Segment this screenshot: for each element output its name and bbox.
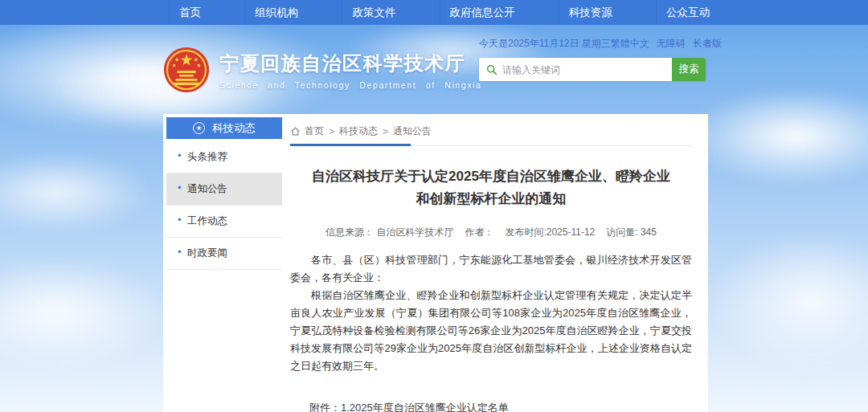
quick-links: 繁體中文无障碍长者版: [611, 37, 722, 51]
article-area: 首页>科技动态>通知公告 自治区科技厅关于认定2025年度自治区雏鹰企业、瞪羚企…: [290, 114, 708, 412]
article-title-line: 和创新型标杆企业的通知: [290, 188, 692, 210]
article-body: 各市、县（区）科技管理部门，宁东能源化工基地管委会，银川经济技术开发区管委会，各…: [290, 251, 692, 375]
site-title-group: 宁夏回族自治区科学技术厅 Science and Technology Depa…: [219, 51, 481, 90]
bullet-icon: •: [178, 149, 182, 161]
article-title-line: 自治区科技厅关于认定2025年度自治区雏鹰企业、瞪羚企业: [290, 165, 692, 188]
site-header: 宁夏回族自治区科学技术厅 Science and Technology Depa…: [163, 25, 708, 114]
content-panel: ★ 科技动态 • 头条推荐 • 通知公告 •: [163, 114, 708, 412]
article-meta: 信息来源： 自治区科学技术厅作者：发布时间:2025-11-12访问量: 345: [290, 226, 692, 239]
sidebar-item-label: 头条推荐: [187, 151, 227, 162]
nav-item[interactable]: 政府信息公开: [440, 0, 525, 25]
sidebar-item-label: 时政要闻: [187, 247, 227, 259]
sidebar-title: 科技动态: [212, 121, 256, 136]
sidebar-item-label: 工作动态: [187, 215, 227, 226]
home-icon: [290, 126, 301, 137]
attachment-link[interactable]: 1.2025年度自治区雏鹰企业认定名单: [341, 399, 540, 412]
nav-item[interactable]: 政策文件: [342, 0, 405, 25]
star-badge-icon: ★: [193, 122, 205, 134]
site-title: 宁夏回族自治区科学技术厅: [219, 51, 481, 76]
breadcrumb-link[interactable]: 通知公告: [393, 124, 432, 138]
sidebar-item-label: 通知公告: [187, 183, 227, 194]
top-nav: 首页组织机构政策文件政府信息公开科技资源公众互动: [0, 0, 868, 25]
attachments: 附件： 1.2025年度自治区雏鹰企业认定名单2.2025年度自治区瞪羚企业认定…: [309, 399, 692, 412]
article-meta-part: 信息来源： 自治区科学技术厅: [326, 226, 453, 238]
sidebar: ★ 科技动态 • 头条推荐 • 通知公告 •: [166, 117, 282, 270]
sidebar-menu: • 头条推荐 • 通知公告 • 工作动态 •: [166, 141, 282, 270]
nav-item[interactable]: 组织机构: [244, 0, 308, 25]
attachments-label: 附件：: [309, 399, 341, 412]
search-box: 搜索: [479, 58, 706, 81]
sidebar-item[interactable]: • 工作动态: [166, 206, 282, 238]
cloud-decoration: [0, 257, 169, 369]
bullet-icon: •: [178, 182, 182, 194]
sidebar-item[interactable]: • 时政要闻: [166, 238, 282, 270]
site-subtitle: Science and Technology Department of Nin…: [219, 80, 481, 90]
sidebar-item[interactable]: • 头条推荐: [166, 141, 282, 173]
sidebar-header: ★ 科技动态: [166, 117, 282, 139]
article-title: 自治区科技厅关于认定2025年度自治区雏鹰企业、瞪羚企业和创新型标杆企业的通知: [290, 165, 692, 210]
article-meta-part: 发布时间:2025-11-12: [505, 226, 595, 238]
national-emblem-logo: [163, 47, 210, 93]
top-nav-items: 首页组织机构政策文件政府信息公开科技资源公众互动: [169, 0, 719, 25]
cloud-decoration: [707, 233, 868, 369]
breadcrumb-divider-accent: [290, 144, 411, 146]
current-date: 今天是2025年11月12日 星期三: [479, 37, 611, 51]
search-button[interactable]: 搜索: [672, 58, 706, 81]
search-icon: [479, 58, 502, 81]
bullet-icon: •: [178, 246, 182, 258]
sidebar-item[interactable]: • 通知公告: [166, 173, 282, 206]
attachments-list: 1.2025年度自治区雏鹰企业认定名单2.2025年度自治区瞪羚企业认定名单3.…: [341, 399, 540, 412]
breadcrumb: 首页>科技动态>通知公告: [290, 122, 692, 138]
breadcrumb-separator: >: [329, 126, 334, 137]
quick-link[interactable]: 长者版: [693, 37, 722, 51]
nav-item[interactable]: 科技资源: [559, 0, 622, 25]
header-tools: 今天是2025年11月12日 星期三 繁體中文无障碍长者版 搜索: [479, 37, 706, 81]
article-paragraph: 各市、县（区）科技管理部门，宁东能源化工基地管委会，银川经济技术开发区管委会，各…: [290, 251, 692, 287]
nav-item[interactable]: 公众互动: [656, 0, 719, 25]
breadcrumb-link[interactable]: 首页: [305, 124, 324, 138]
page: 首页组织机构政策文件政府信息公开科技资源公众互动 宁夏回族自治区科学技术厅 Sc…: [0, 0, 868, 412]
breadcrumb-link[interactable]: 科技动态: [339, 124, 378, 138]
article-paragraph: 根据自治区雏鹰企业、瞪羚企业和创新型标杆企业认定管理有关规定，决定认定半亩良人农…: [290, 287, 692, 375]
bullet-icon: •: [178, 214, 182, 226]
quick-link[interactable]: 繁體中文: [611, 37, 649, 51]
quick-link[interactable]: 无障碍: [657, 37, 686, 51]
site-brand: 宁夏回族自治区科学技术厅 Science and Technology Depa…: [163, 47, 481, 93]
nav-item[interactable]: 首页: [169, 0, 211, 25]
breadcrumb-separator: >: [383, 126, 388, 137]
breadcrumb-divider: [290, 145, 692, 146]
search-input[interactable]: [502, 58, 672, 81]
article-meta-part: 作者：: [465, 226, 493, 238]
date-row: 今天是2025年11月12日 星期三 繁體中文无障碍长者版: [479, 37, 706, 51]
cloud-decoration: [0, 153, 153, 233]
cloud-decoration: [683, 88, 868, 185]
article-meta-part: 访问量: 345: [606, 226, 657, 238]
breadcrumb-parts: 首页>科技动态>通知公告: [305, 124, 432, 138]
